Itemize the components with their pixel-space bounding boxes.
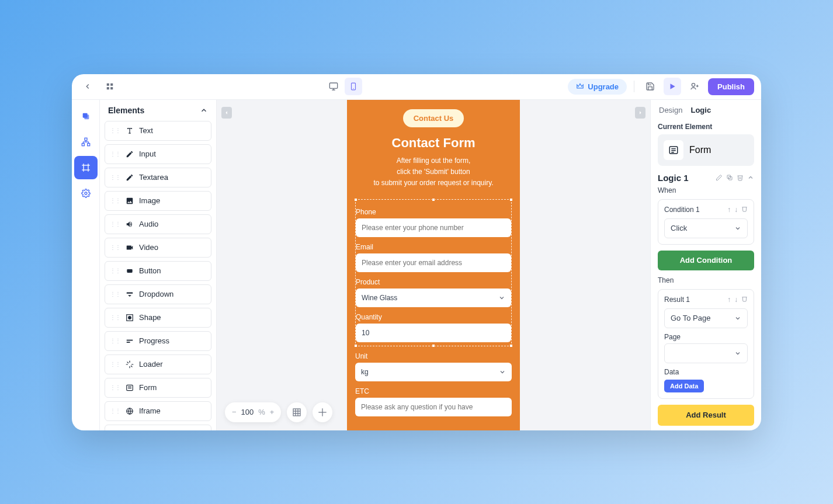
page-select[interactable] [664, 343, 748, 363]
chevron-down-icon [499, 369, 506, 376]
back-button[interactable] [79, 78, 96, 95]
element-item-progress[interactable]: ⋮⋮Progress [105, 331, 211, 351]
element-item-map[interactable]: ⋮⋮Map [105, 425, 211, 430]
drag-handle-icon[interactable]: ⋮⋮ [110, 314, 120, 321]
nav-settings[interactable] [74, 182, 98, 205]
topbar-right: Upgrade Publish [568, 78, 754, 95]
collapse-logic-button[interactable] [747, 174, 754, 181]
drag-handle-icon[interactable]: ⋮⋮ [110, 408, 120, 414]
duplicate-logic-button[interactable] [726, 174, 733, 181]
collapse-right-button[interactable] [635, 107, 645, 119]
current-element-card[interactable]: Form [658, 134, 754, 166]
element-item-loader[interactable]: ⋮⋮Loader [105, 354, 211, 374]
element-item-text[interactable]: ⋮⋮Text [105, 121, 211, 141]
edit-logic-button[interactable] [716, 174, 723, 181]
element-item-video[interactable]: ⋮⋮Video [105, 238, 211, 258]
share-button[interactable] [686, 78, 703, 95]
publish-button[interactable]: Publish [708, 78, 754, 95]
trash-icon [737, 174, 744, 181]
drag-handle-icon[interactable]: ⋮⋮ [110, 127, 120, 134]
logic-actions [716, 174, 754, 181]
resize-handle[interactable] [354, 198, 358, 201]
resize-handle[interactable] [432, 344, 435, 347]
desktop-view-button[interactable] [325, 78, 342, 95]
unit-select[interactable]: kg [355, 363, 512, 381]
contact-us-pill[interactable]: Contact Us [403, 109, 464, 127]
product-field: Product Wine Glass [356, 278, 511, 307]
current-element-name: Form [689, 145, 711, 155]
drag-handle-icon[interactable]: ⋮⋮ [110, 244, 120, 251]
result-card: Result 1 ↑ ↓ Go To Page Page [658, 289, 754, 399]
nav-layers[interactable] [74, 105, 98, 128]
add-condition-button[interactable]: Add Condition [658, 251, 754, 270]
drag-handle-icon[interactable]: ⋮⋮ [110, 338, 120, 344]
drag-handle-icon[interactable]: ⋮⋮ [110, 384, 120, 391]
element-item-form[interactable]: ⋮⋮Form [105, 378, 211, 398]
tab-design[interactable]: Design [659, 106, 682, 114]
resize-handle[interactable] [354, 344, 358, 347]
zoom-out-button[interactable]: − [232, 408, 237, 416]
snap-toggle-button[interactable] [313, 402, 332, 422]
drag-handle-icon[interactable]: ⋮⋮ [110, 291, 120, 297]
apps-button[interactable] [101, 78, 119, 95]
add-result-button[interactable]: Add Result [658, 405, 754, 426]
drag-handle-icon[interactable]: ⋮⋮ [110, 221, 120, 227]
chevron-down-icon [498, 294, 505, 301]
delete-condition-button[interactable] [741, 206, 748, 214]
element-item-shape[interactable]: ⋮⋮Shape [105, 308, 211, 328]
move-up-button[interactable]: ↑ [727, 296, 731, 304]
tab-logic[interactable]: Logic [690, 106, 711, 114]
move-up-button[interactable]: ↑ [727, 206, 731, 214]
resize-handle[interactable] [509, 198, 513, 201]
nav-frame[interactable] [74, 156, 98, 179]
svg-line-36 [131, 366, 132, 367]
email-label: Email [356, 243, 511, 251]
element-item-button[interactable]: ⋮⋮Button [105, 261, 211, 281]
move-down-button[interactable]: ↓ [734, 296, 738, 304]
delete-result-button[interactable] [741, 296, 748, 304]
pencil-icon [716, 174, 723, 181]
drag-handle-icon[interactable]: ⋮⋮ [110, 267, 120, 274]
collapse-left-button[interactable] [221, 107, 232, 119]
save-button[interactable] [641, 78, 659, 95]
upgrade-button[interactable]: Upgrade [568, 79, 627, 95]
elements-header[interactable]: Elements [100, 100, 216, 121]
zoom-in-button[interactable]: + [270, 408, 275, 416]
element-item-image[interactable]: ⋮⋮Image [105, 191, 211, 211]
element-item-label: Shape [139, 313, 161, 322]
layers-icon [81, 112, 91, 121]
drag-handle-icon[interactable]: ⋮⋮ [110, 174, 120, 180]
element-item-label: Textarea [139, 173, 168, 182]
resize-handle[interactable] [509, 344, 513, 347]
svg-rect-4 [329, 83, 337, 88]
email-input[interactable] [356, 253, 511, 272]
crown-icon [576, 82, 584, 91]
element-item-iframe[interactable]: ⋮⋮Iframe [105, 401, 211, 421]
grid-toggle-button[interactable] [287, 402, 307, 422]
trigger-select[interactable]: Click [664, 218, 748, 238]
add-data-button[interactable]: Add Data [664, 380, 704, 392]
nav-tree[interactable] [74, 130, 98, 154]
element-item-input[interactable]: ⋮⋮Input [105, 144, 211, 164]
product-select[interactable]: Wine Glass [356, 289, 511, 307]
quantity-input[interactable] [356, 324, 511, 342]
drag-handle-icon[interactable]: ⋮⋮ [110, 361, 120, 367]
phone-input[interactable] [356, 218, 511, 237]
preview-button[interactable] [664, 78, 681, 95]
action-value: Go To Page [671, 314, 710, 322]
element-item-dropdown[interactable]: ⋮⋮Dropdown [105, 284, 211, 304]
selected-form-element[interactable]: Phone Email Product Wine Glass [355, 199, 512, 346]
resize-handle[interactable] [432, 198, 435, 201]
element-item-audio[interactable]: ⋮⋮Audio [105, 214, 211, 234]
move-down-button[interactable]: ↓ [734, 206, 738, 214]
element-item-textarea[interactable]: ⋮⋮Textarea [105, 168, 211, 187]
mobile-view-button[interactable] [345, 78, 362, 95]
drag-handle-icon[interactable]: ⋮⋮ [110, 151, 120, 157]
delete-logic-button[interactable] [737, 174, 744, 181]
action-select[interactable]: Go To Page [664, 308, 748, 328]
drag-handle-icon[interactable]: ⋮⋮ [110, 197, 120, 204]
zoom-control: − 100 % + [225, 402, 281, 422]
viewport-switch [325, 78, 362, 95]
etc-input[interactable] [355, 398, 512, 416]
button-icon [125, 267, 134, 275]
